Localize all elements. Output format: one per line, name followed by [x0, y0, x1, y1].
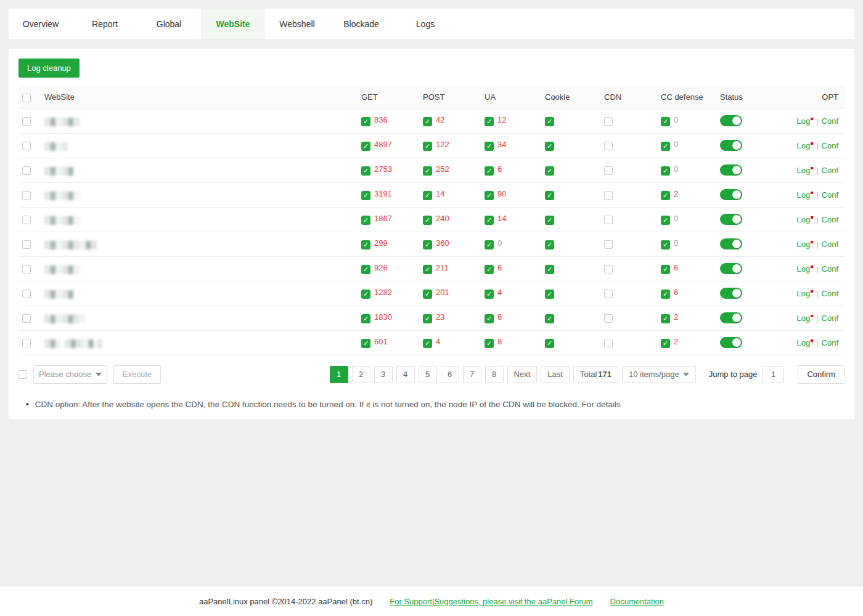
confirm-button[interactable]: Confirm [798, 365, 845, 384]
page-number-button[interactable]: 3 [374, 366, 393, 383]
log-link[interactable]: Log [796, 289, 813, 298]
get-enabled-check-icon[interactable] [361, 166, 370, 176]
log-cleanup-button[interactable]: Log cleanup [18, 59, 80, 78]
cookie-enabled-check-icon[interactable] [545, 166, 554, 176]
log-link[interactable]: Log [796, 215, 813, 224]
page-number-button[interactable]: 2 [352, 366, 370, 383]
get-enabled-check-icon[interactable] [361, 216, 370, 225]
status-toggle[interactable] [720, 140, 742, 151]
bulk-action-select[interactable]: Please choose [33, 365, 107, 384]
log-link[interactable]: Log [796, 116, 813, 126]
post-enabled-check-icon[interactable] [423, 191, 432, 200]
ua-enabled-check-icon[interactable] [485, 339, 494, 348]
get-enabled-check-icon[interactable] [361, 339, 370, 348]
ua-enabled-check-icon[interactable] [485, 117, 494, 126]
log-link[interactable]: Log [796, 141, 813, 150]
cdn-checkbox[interactable] [604, 290, 613, 298]
row-checkbox[interactable] [22, 240, 31, 249]
cookie-enabled-check-icon[interactable] [545, 216, 554, 225]
row-checkbox[interactable] [22, 166, 31, 175]
post-enabled-check-icon[interactable] [423, 290, 432, 299]
site-name[interactable]: ▒▓░▒▓▒░ [44, 314, 86, 323]
log-link[interactable]: Log [796, 314, 813, 323]
site-name[interactable]: ▒▓░▒▓░ [44, 216, 80, 224]
conf-link[interactable]: Conf [822, 240, 838, 249]
tab-item[interactable]: Global [137, 9, 201, 39]
ua-enabled-check-icon[interactable] [485, 265, 494, 274]
cookie-enabled-check-icon[interactable] [545, 265, 554, 274]
conf-link[interactable]: Conf [822, 116, 838, 126]
conf-link[interactable]: Conf [822, 264, 838, 274]
cdn-checkbox[interactable] [604, 216, 613, 224]
ua-enabled-check-icon[interactable] [485, 240, 494, 249]
site-name[interactable]: ▒▓░▒▓ [44, 290, 74, 298]
cc-defense-check-icon[interactable] [661, 240, 670, 249]
site-name[interactable]: ▒▓░▒▓ [44, 166, 74, 175]
post-enabled-check-icon[interactable] [423, 265, 432, 274]
conf-link[interactable]: Conf [822, 166, 838, 175]
jump-to-page-input[interactable] [762, 366, 784, 383]
site-name[interactable]: ▒▓░▒ [44, 142, 68, 150]
support-link[interactable]: For Support|Suggestions, please visit th… [390, 597, 592, 606]
status-toggle[interactable] [720, 115, 742, 126]
page-number-button[interactable]: 8 [485, 366, 504, 383]
tab-item[interactable]: Webshell [265, 9, 329, 39]
cdn-checkbox[interactable] [604, 166, 613, 175]
cc-defense-check-icon[interactable] [661, 265, 670, 274]
post-enabled-check-icon[interactable] [423, 216, 432, 225]
conf-link[interactable]: Conf [822, 190, 838, 200]
post-enabled-check-icon[interactable] [423, 142, 432, 151]
get-enabled-check-icon[interactable] [361, 314, 370, 323]
page-number-button[interactable]: 6 [441, 366, 459, 383]
page-number-button[interactable]: 4 [396, 366, 415, 383]
cdn-checkbox[interactable] [604, 265, 613, 274]
cookie-enabled-check-icon[interactable] [545, 314, 554, 323]
items-per-page-select[interactable]: 10 items/page [622, 366, 696, 383]
tab-item[interactable]: WebSite [201, 9, 265, 39]
cookie-enabled-check-icon[interactable] [545, 191, 554, 200]
log-link[interactable]: Log [796, 166, 813, 175]
cc-defense-check-icon[interactable] [661, 216, 670, 225]
post-enabled-check-icon[interactable] [423, 117, 432, 126]
row-checkbox[interactable] [22, 191, 31, 200]
status-toggle[interactable] [720, 263, 742, 274]
get-enabled-check-icon[interactable] [361, 290, 370, 299]
post-enabled-check-icon[interactable] [423, 240, 432, 249]
row-checkbox[interactable] [22, 142, 31, 150]
get-enabled-check-icon[interactable] [361, 240, 370, 249]
cookie-enabled-check-icon[interactable] [545, 339, 554, 348]
ua-enabled-check-icon[interactable] [485, 142, 494, 151]
next-page-button[interactable]: Next [507, 366, 538, 383]
status-toggle[interactable] [720, 164, 742, 176]
row-checkbox[interactable] [22, 216, 31, 224]
cdn-checkbox[interactable] [604, 314, 613, 323]
site-name[interactable]: ▒▓░▒▓▒ [44, 117, 80, 126]
page-number-button[interactable]: 7 [463, 366, 481, 383]
get-enabled-check-icon[interactable] [361, 142, 370, 151]
row-checkbox[interactable] [22, 117, 31, 126]
select-all-checkbox[interactable] [22, 94, 31, 102]
page-number-button[interactable]: 1 [330, 366, 348, 383]
ua-enabled-check-icon[interactable] [485, 314, 494, 323]
cdn-checkbox[interactable] [604, 117, 613, 126]
post-enabled-check-icon[interactable] [423, 314, 432, 323]
cdn-checkbox[interactable] [604, 191, 613, 200]
conf-link[interactable]: Conf [822, 289, 838, 298]
site-name[interactable]: ▒▓░▒▓▒░▓▒ [44, 240, 97, 249]
status-toggle[interactable] [720, 312, 742, 323]
post-enabled-check-icon[interactable] [423, 339, 432, 348]
post-enabled-check-icon[interactable] [423, 166, 432, 176]
status-toggle[interactable] [720, 337, 742, 348]
page-number-button[interactable]: 5 [419, 366, 437, 383]
conf-link[interactable]: Conf [822, 338, 838, 347]
cookie-enabled-check-icon[interactable] [545, 117, 554, 126]
tab-item[interactable]: Blockade [329, 9, 393, 39]
cc-defense-check-icon[interactable] [661, 142, 670, 151]
last-page-button[interactable]: Last [541, 366, 570, 383]
status-toggle[interactable] [720, 189, 742, 200]
ua-enabled-check-icon[interactable] [485, 216, 494, 225]
get-enabled-check-icon[interactable] [361, 265, 370, 274]
row-checkbox[interactable] [22, 290, 31, 298]
ua-enabled-check-icon[interactable] [485, 191, 494, 200]
log-link[interactable]: Log [796, 338, 813, 347]
